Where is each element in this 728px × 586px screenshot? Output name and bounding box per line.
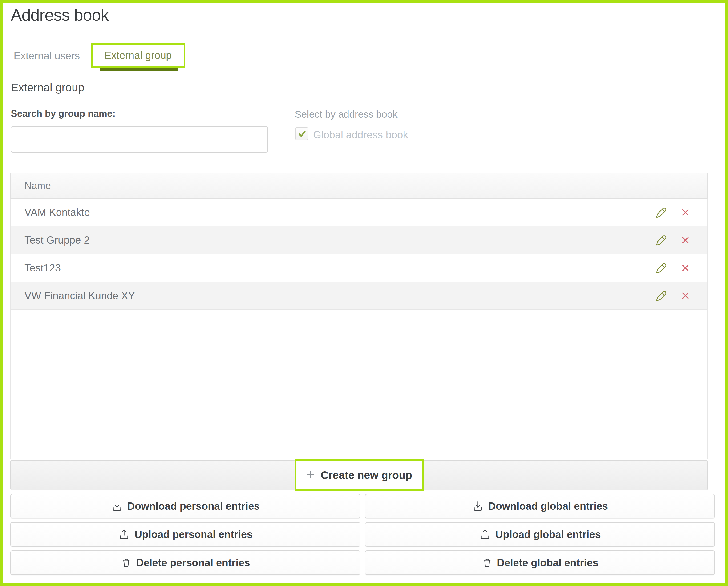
delete-group-button[interactable]: [680, 235, 691, 245]
global-address-book-label: Global address book: [313, 129, 408, 141]
table-header-row: Name: [10, 173, 708, 199]
groups-table: Name VAM Kontakte Test Gruppe 2 Test123: [10, 173, 708, 459]
group-name-cell: VW Financial Kunde XY: [11, 282, 636, 309]
edit-group-button[interactable]: [654, 289, 668, 303]
delete-group-button[interactable]: [680, 207, 691, 218]
table-row: VW Financial Kunde XY: [10, 282, 708, 310]
x-icon: [680, 207, 691, 218]
tab-external-group[interactable]: External group: [104, 49, 172, 61]
group-name-cell: Test Gruppe 2: [11, 227, 636, 254]
table-row: Test Gruppe 2: [10, 227, 708, 254]
row-actions-cell: [636, 199, 707, 226]
x-icon: [680, 263, 691, 273]
row-actions-cell: [636, 254, 707, 282]
trash-icon: [121, 557, 132, 568]
download-global-entries-button[interactable]: Download global entries: [365, 494, 715, 518]
search-input[interactable]: [11, 126, 268, 153]
page-title: Address book: [11, 6, 109, 25]
search-label: Search by group name:: [11, 108, 115, 119]
entries-actions-grid: Download personal entries Download globa…: [10, 494, 715, 575]
create-new-group-button[interactable]: Create new group: [321, 469, 412, 481]
tab-external-users[interactable]: External users: [14, 50, 80, 62]
row-actions-cell: [636, 282, 707, 309]
table-empty-area: [10, 310, 708, 459]
trash-icon: [482, 557, 493, 568]
column-header-name: Name: [11, 173, 636, 198]
active-tab-underline: [100, 68, 178, 71]
row-actions-cell: [636, 227, 707, 254]
edit-group-button[interactable]: [654, 205, 668, 219]
address-book-filter-label: Select by address book: [295, 109, 398, 120]
upload-personal-entries-button[interactable]: Upload personal entries: [10, 522, 360, 547]
create-group-bar: + Create new group: [10, 460, 708, 490]
group-name-cell: Test123: [11, 254, 636, 282]
annotation-create-highlight: + Create new group: [294, 459, 423, 491]
pencil-icon: [654, 261, 668, 275]
table-row: Test123: [10, 254, 708, 282]
button-label: Download personal entries: [127, 500, 260, 512]
pencil-icon: [654, 289, 668, 303]
plus-icon: +: [306, 467, 315, 481]
address-book-page: Address book External users External gro…: [0, 0, 728, 586]
button-label: Upload global entries: [495, 529, 601, 540]
button-label: Upload personal entries: [134, 529, 252, 540]
download-icon: [111, 500, 123, 512]
annotation-tab-highlight: External group: [91, 43, 185, 68]
pencil-icon: [654, 205, 668, 219]
edit-group-button[interactable]: [654, 261, 668, 275]
delete-group-button[interactable]: [680, 263, 691, 273]
delete-global-entries-button[interactable]: Delete global entries: [365, 551, 715, 575]
x-icon: [680, 290, 691, 301]
delete-personal-entries-button[interactable]: Delete personal entries: [10, 551, 360, 575]
button-label: Delete global entries: [497, 557, 598, 568]
download-personal-entries-button[interactable]: Download personal entries: [10, 494, 360, 518]
upload-global-entries-button[interactable]: Upload global entries: [365, 522, 715, 547]
group-name-cell: VAM Kontakte: [11, 199, 636, 226]
check-icon: [297, 129, 307, 138]
table-row: VAM Kontakte: [10, 199, 708, 227]
upload-icon: [479, 528, 491, 540]
button-label: Delete personal entries: [136, 557, 250, 568]
global-address-book-checkbox[interactable]: [295, 127, 308, 140]
pencil-icon: [654, 233, 668, 247]
upload-icon: [118, 528, 130, 540]
column-header-actions: [636, 173, 707, 198]
button-label: Download global entries: [488, 500, 608, 512]
delete-group-button[interactable]: [680, 290, 691, 301]
x-icon: [680, 235, 691, 245]
edit-group-button[interactable]: [654, 233, 668, 247]
download-icon: [472, 500, 484, 512]
section-heading: External group: [11, 81, 84, 94]
